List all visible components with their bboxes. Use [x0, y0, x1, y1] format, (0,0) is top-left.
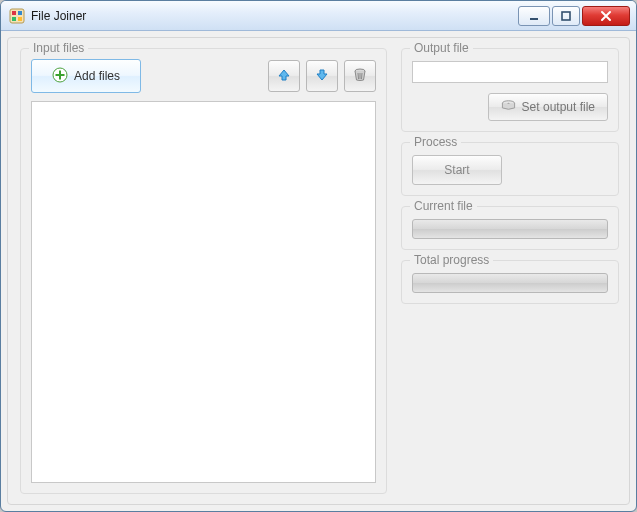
output-file-group: Output file Set output file — [401, 48, 619, 132]
current-file-group: Current file — [401, 206, 619, 250]
set-output-file-button[interactable]: Set output file — [488, 93, 608, 121]
arrow-up-icon — [276, 67, 292, 86]
svg-point-15 — [507, 102, 509, 103]
app-window: File Joiner Input files — [0, 0, 637, 512]
arrow-down-icon — [314, 67, 330, 86]
svg-line-11 — [358, 73, 359, 79]
svg-rect-9 — [56, 74, 65, 76]
move-down-button[interactable] — [306, 60, 338, 92]
client-area: Input files Add files — [7, 37, 630, 505]
current-file-progress — [412, 219, 608, 239]
svg-rect-6 — [562, 12, 570, 20]
plus-icon — [52, 67, 68, 86]
svg-rect-2 — [18, 11, 22, 15]
svg-rect-3 — [12, 17, 16, 21]
disk-icon — [501, 99, 516, 116]
set-output-file-label: Set output file — [522, 100, 595, 114]
svg-line-13 — [362, 73, 363, 79]
start-label: Start — [444, 163, 469, 177]
current-file-legend: Current file — [410, 199, 477, 213]
input-files-panel: Input files Add files — [20, 48, 387, 494]
svg-rect-5 — [530, 18, 538, 20]
window-title: File Joiner — [31, 9, 86, 23]
total-progress-group: Total progress — [401, 260, 619, 304]
input-files-toolbar: Add files — [31, 59, 376, 93]
total-progress-legend: Total progress — [410, 253, 493, 267]
remove-button[interactable] — [344, 60, 376, 92]
output-file-field[interactable] — [412, 61, 608, 83]
output-file-legend: Output file — [410, 41, 473, 55]
process-group: Process Start — [401, 142, 619, 196]
trash-icon — [352, 67, 368, 86]
app-icon — [9, 8, 25, 24]
process-legend: Process — [410, 135, 461, 149]
input-files-group: Input files Add files — [20, 48, 387, 494]
titlebar[interactable]: File Joiner — [1, 1, 636, 31]
right-panel: Output file Set output file — [401, 48, 619, 494]
move-up-button[interactable] — [268, 60, 300, 92]
svg-rect-1 — [12, 11, 16, 15]
close-button[interactable] — [582, 6, 630, 26]
add-files-button[interactable]: Add files — [31, 59, 141, 93]
minimize-button[interactable] — [518, 6, 550, 26]
svg-rect-4 — [18, 17, 22, 21]
maximize-button[interactable] — [552, 6, 580, 26]
input-file-list[interactable] — [31, 101, 376, 483]
add-files-label: Add files — [74, 69, 120, 83]
total-progress — [412, 273, 608, 293]
start-button[interactable]: Start — [412, 155, 502, 185]
input-files-legend: Input files — [29, 41, 88, 55]
